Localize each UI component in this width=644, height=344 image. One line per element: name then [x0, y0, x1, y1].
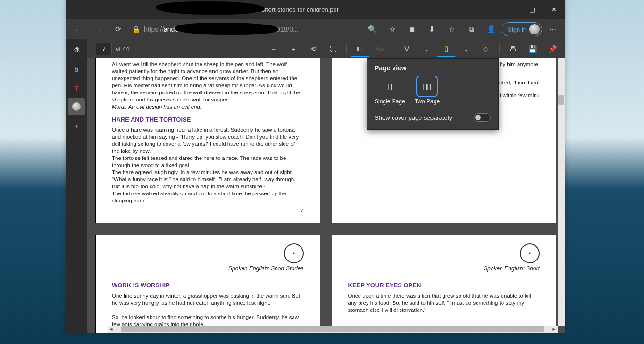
pdf-page: ★ Spoken English: Short KEEP YOUR EYES O…	[332, 235, 557, 333]
avatar-icon	[529, 24, 540, 34]
signin-button[interactable]: Sign in	[502, 22, 542, 36]
redaction-mark	[156, 1, 264, 15]
cover-separately-toggle[interactable]	[474, 113, 491, 122]
story-heading: KEEP YOUR EYES OPEN	[348, 282, 540, 290]
titlebar: *short-stories-for-children.pdf — ▢ ✕	[66, 0, 565, 19]
side-panel: ⚗ b T +	[66, 39, 87, 333]
profile-button[interactable]: 👤	[482, 21, 501, 38]
body-text: The tortoise walked steadily on and on. …	[112, 190, 304, 204]
sidebar-bing[interactable]: b	[68, 60, 85, 77]
more-button[interactable]: ⋯	[543, 21, 562, 38]
body-text: The hare agreed laughingly. In a few min…	[112, 169, 304, 176]
find-button[interactable]: 🔍	[363, 21, 382, 38]
pin-toolbar-button[interactable]: 📌	[543, 42, 562, 57]
vertical-scrollbar[interactable]	[558, 58, 565, 326]
navbar: ← → ⟳ 🔒 https://andonovicmilica.files.wo…	[66, 19, 565, 40]
close-button[interactable]: ✕	[543, 0, 565, 19]
favorite-star-button[interactable]: ☆	[383, 21, 401, 38]
cover-separately-label: Show cover page separately	[375, 114, 452, 121]
refresh-button[interactable]: ⟳	[109, 21, 127, 38]
print-button[interactable]: 🖶	[503, 42, 522, 57]
rotate-button[interactable]: ⟲	[304, 42, 323, 57]
downloads-button[interactable]: ⬇	[422, 21, 441, 38]
body-text: Once a hare was roaming near a lake in a…	[112, 126, 304, 155]
tab-title: *short-stories-for-children.pdf	[259, 6, 339, 13]
minimize-button[interactable]: —	[500, 0, 521, 19]
zoom-in-button[interactable]: +	[284, 42, 303, 57]
body-text: Once upon a time there was a lion that g…	[348, 293, 540, 314]
scrollbar-thumb[interactable]	[121, 326, 544, 332]
pdf-page: All went well till the shepherd shut the…	[95, 58, 320, 223]
two-page-option[interactable]: ▯▯ Two Page	[415, 78, 440, 105]
maximize-button[interactable]: ▢	[521, 0, 543, 19]
seal-icon: ★	[520, 243, 540, 263]
horizontal-scrollbar[interactable]: ◄ ►	[108, 326, 558, 333]
popover-title: Page view	[375, 64, 491, 72]
favorites-button[interactable]: ✩	[442, 21, 461, 38]
collections-button[interactable]: ⧉	[462, 21, 481, 38]
story-heading: HARE AND THE TORTOISE	[112, 116, 304, 124]
body-text: All went well till the shepherd shut the…	[112, 61, 304, 103]
avatar-thumb-icon	[72, 102, 81, 111]
running-header: Spoken English: Short Stories	[112, 265, 304, 273]
back-button[interactable]: ←	[69, 21, 88, 38]
story-heading: WORK IS WORSHIP	[112, 282, 304, 290]
forward-button[interactable]: →	[89, 21, 108, 38]
two-page-icon: ▯▯	[423, 82, 431, 92]
zoom-out-button[interactable]: −	[264, 42, 283, 57]
lock-icon: 🔒	[132, 25, 140, 33]
fit-page-button[interactable]: ⛶	[324, 42, 343, 57]
redaction-mark	[175, 23, 278, 35]
extension-button[interactable]: ◼	[402, 21, 421, 38]
erase-button[interactable]: ◇	[477, 42, 495, 57]
body-text: Moral: An evil design has an evil end.	[112, 103, 304, 110]
sidebar-avatar[interactable]	[68, 98, 85, 115]
page-view-button[interactable]: ⫿⫿	[351, 42, 369, 57]
read-aloud-button[interactable]: A»	[370, 42, 389, 57]
url-protocol: https://	[144, 25, 164, 33]
sidebar-translate[interactable]: T	[68, 79, 85, 96]
draw-button[interactable]: ∀	[397, 42, 416, 57]
seal-icon: ★	[284, 243, 304, 263]
browser-window: *short-stories-for-children.pdf — ▢ ✕ ← …	[66, 0, 565, 333]
body-text: "What a funny race it is!" he said to hi…	[112, 176, 304, 190]
page-view-popover: Page view ▯ Single Page ▯▯ Two Page Show…	[367, 58, 499, 130]
sidebar-add[interactable]: +	[68, 117, 85, 134]
pdf-toolbar: ▤ of 44 − + ⟲ ⛶ ⫿⫿ A» ∀ ⌄ ▯ ⌄ ◇ 🖶 💾 📌	[66, 40, 565, 58]
highlight-more-button[interactable]: ⌄	[457, 42, 476, 57]
body-text: The tortoise felt teased and dared the h…	[112, 155, 304, 169]
single-page-option[interactable]: ▯ Single Page	[375, 78, 405, 105]
pdf-page: ★ Spoken English: Short Stories WORK IS …	[95, 235, 320, 333]
running-header: Spoken English: Short	[348, 265, 540, 273]
draw-more-button[interactable]: ⌄	[417, 42, 436, 57]
page-total-label: of 44	[113, 45, 129, 52]
scroll-right-icon[interactable]: ►	[551, 327, 558, 332]
page-number: 7	[112, 207, 304, 214]
scroll-left-icon[interactable]: ◄	[108, 327, 115, 332]
single-page-icon: ▯	[388, 82, 392, 92]
scrollbar-thumb[interactable]	[558, 95, 564, 105]
page-number-input[interactable]	[96, 43, 112, 55]
save-button[interactable]: 💾	[523, 42, 542, 57]
body-text: One fine sunny day in winter, a grasshop…	[112, 293, 304, 307]
highlight-button[interactable]: ▯	[437, 42, 456, 57]
pdf-viewport: All went well till the shepherd shut the…	[87, 58, 565, 333]
sidebar-flask[interactable]: ⚗	[68, 42, 85, 59]
